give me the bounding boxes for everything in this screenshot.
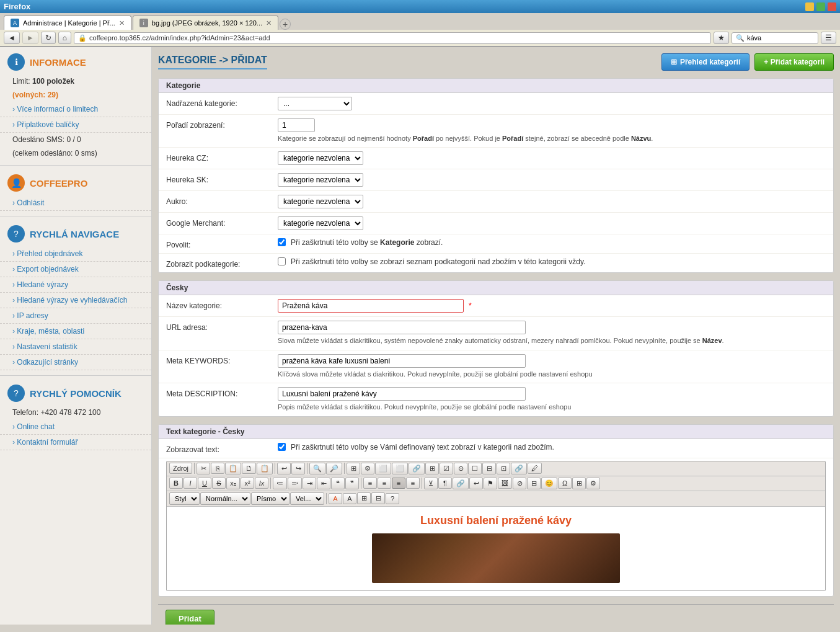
anchor2-btn[interactable]: ⚑ xyxy=(484,478,497,489)
check-btn[interactable]: ☑ xyxy=(440,463,453,474)
table-btn[interactable]: ⊞ xyxy=(347,463,360,474)
link-btn[interactable]: 🔗 xyxy=(409,463,425,474)
outdent-btn[interactable]: ⇤ xyxy=(317,478,330,489)
sidebar-item-kraje-mesta[interactable]: Kraje, města, oblasti xyxy=(0,324,151,339)
heureka-cz-select[interactable]: kategorie nezvolena xyxy=(278,151,363,165)
paste2-btn[interactable]: 🗋 xyxy=(242,463,256,474)
style-select[interactable]: Styl xyxy=(169,492,200,505)
smiley-btn[interactable]: 😊 xyxy=(541,478,557,489)
sidebar-item-online-chat[interactable]: Online chat xyxy=(0,419,151,435)
table2-btn[interactable]: ⊟ xyxy=(527,478,541,489)
bgcolor-btn[interactable]: A xyxy=(343,493,356,504)
sidebar-item-export-obj[interactable]: Export objednávek xyxy=(0,262,151,277)
ul-btn[interactable]: ≕ xyxy=(288,478,302,489)
underline-btn[interactable]: U xyxy=(198,478,211,489)
help-btn[interactable]: ? xyxy=(386,493,399,504)
align-justify-btn[interactable]: ≡ xyxy=(406,478,420,489)
refresh-btn[interactable]: ↻ xyxy=(41,32,56,44)
close-browser-btn[interactable] xyxy=(828,2,836,11)
pagebreak-btn[interactable]: ⊞ xyxy=(572,478,586,489)
paste3-btn[interactable]: 📋 xyxy=(257,463,273,474)
sidebar-item-hledane-vyrazy[interactable]: Hledané výrazy xyxy=(0,277,151,293)
sidebar-item-kontaktni-formular[interactable]: Kontaktní formulář xyxy=(0,435,151,450)
fontcolor-btn[interactable]: A xyxy=(329,493,342,504)
copy-btn[interactable]: ⎘ xyxy=(211,463,224,474)
showblocks-btn[interactable]: ¶ xyxy=(438,478,452,489)
google-merchant-select[interactable]: kategorie nezvolena xyxy=(278,216,363,230)
div-btn[interactable]: ❞ xyxy=(345,478,359,489)
rect2-btn[interactable]: ⬜ xyxy=(392,463,408,474)
bold-btn[interactable]: B xyxy=(169,478,183,489)
maximize-editor-btn[interactable]: ⊞ xyxy=(357,492,371,504)
heureka-sk-select[interactable]: kategorie nezvolena xyxy=(278,173,363,187)
format-select[interactable]: Normáln... xyxy=(200,492,250,505)
find-btn[interactable]: 🔍 xyxy=(309,463,325,474)
bidi-btn[interactable]: ⊻ xyxy=(424,478,438,489)
font-select[interactable]: Písmo xyxy=(251,492,290,505)
editor-content[interactable]: Luxusní balení pražené kávy xyxy=(167,507,825,590)
tab-img[interactable]: i bg.jpg (JPEG obrázek, 1920 × 120... ✕ xyxy=(133,16,278,30)
poradi-input[interactable] xyxy=(278,118,315,132)
sidebar-item-odkazujici-stranky[interactable]: Odkazující stránky xyxy=(0,355,151,370)
preview-btn[interactable]: ⊟ xyxy=(371,492,385,504)
anchor-btn[interactable]: 🔗 xyxy=(511,463,527,474)
superscript-btn[interactable]: x² xyxy=(241,478,254,489)
nadrazena-select[interactable]: ... xyxy=(278,97,352,110)
meta-description-input[interactable] xyxy=(278,387,526,401)
select-btn[interactable]: ☐ xyxy=(468,463,482,474)
settings-btn[interactable]: ⚙ xyxy=(361,463,374,474)
paste-btn[interactable]: 📋 xyxy=(225,463,241,474)
indent-btn[interactable]: ⇥ xyxy=(303,478,316,489)
minimize-btn[interactable] xyxy=(805,2,814,11)
strikethrough-btn[interactable]: S xyxy=(212,478,226,489)
bookmark-star-btn[interactable]: ★ xyxy=(714,32,729,44)
nazev-input[interactable] xyxy=(278,299,464,313)
embed-btn[interactable]: ⊞ xyxy=(425,463,439,474)
new-tab-btn[interactable]: + xyxy=(280,19,291,30)
sidebar-item-nastaveni-statistik[interactable]: Nastavení statistik xyxy=(0,339,151,355)
align-left-btn[interactable]: ≡ xyxy=(363,478,377,489)
italic-btn[interactable]: I xyxy=(183,478,197,489)
sidebar-item-ip-adresy[interactable]: IP adresy xyxy=(0,308,151,324)
specialchar-btn[interactable]: Ω xyxy=(558,478,572,489)
removeformat-btn[interactable]: Ix xyxy=(255,478,268,489)
source-btn[interactable]: Zdroj xyxy=(169,463,192,474)
cut-btn[interactable]: ✂ xyxy=(197,463,210,474)
align-center-btn[interactable]: ≡ xyxy=(378,478,391,489)
unlink-btn[interactable]: ↩ xyxy=(469,478,483,489)
sidebar-item-hledane-ve-vyhledavacich[interactable]: Hledané výrazy ve vyhledávačích xyxy=(0,293,151,308)
blockquote-btn[interactable]: ❝ xyxy=(331,478,345,489)
redo-btn[interactable]: ↪ xyxy=(291,463,305,474)
tab-close-1[interactable]: ✕ xyxy=(119,19,125,27)
radio-btn[interactable]: ⊙ xyxy=(454,463,467,474)
sidebar-item-priplatkove[interactable]: Připlatkové balíčky xyxy=(0,117,151,133)
undo-btn[interactable]: ↩ xyxy=(277,463,291,474)
size-select[interactable]: Vel... xyxy=(290,492,324,505)
flash-btn[interactable]: ⊘ xyxy=(513,478,526,489)
sidebar-item-prehled-obj[interactable]: Přehled objednávek xyxy=(0,246,151,262)
align-right-btn[interactable]: ≡ xyxy=(392,478,405,489)
image-btn[interactable]: 🖼 xyxy=(498,478,512,489)
iframe-btn[interactable]: ⚙ xyxy=(586,478,600,489)
pridat-btn[interactable]: Přidat xyxy=(166,610,214,625)
findreplace-btn[interactable]: 🔎 xyxy=(326,463,342,474)
back-btn[interactable]: ◄ xyxy=(4,32,20,44)
povolit-checkbox[interactable] xyxy=(278,238,286,246)
maximize-btn[interactable] xyxy=(816,2,825,11)
zobrazit-podkategorie-checkbox[interactable] xyxy=(278,257,286,265)
sidebar-item-vice-info[interactable]: Více informací o limitech xyxy=(0,102,151,117)
meta-keywords-input[interactable] xyxy=(278,354,526,368)
ol-btn[interactable]: ≔ xyxy=(273,478,287,489)
home-btn[interactable]: ⌂ xyxy=(58,32,71,44)
textarea-btn[interactable]: ⊡ xyxy=(497,463,510,474)
link2-btn[interactable]: 🔗 xyxy=(453,478,469,489)
input-btn[interactable]: ⊟ xyxy=(482,463,496,474)
tab-admin[interactable]: A Administrace | Kategorie | Př... ✕ xyxy=(4,16,131,30)
forward-btn[interactable]: ► xyxy=(22,32,38,44)
pridat-kategorii-btn[interactable]: + Přidat kategorii xyxy=(754,53,834,71)
zobrazovat-text-checkbox[interactable] xyxy=(278,443,286,451)
search-bar[interactable]: 🔍 káva xyxy=(732,32,818,44)
tab-close-2[interactable]: ✕ xyxy=(266,19,272,27)
subscript-btn[interactable]: x₂ xyxy=(226,478,240,489)
url-input[interactable] xyxy=(278,321,526,334)
